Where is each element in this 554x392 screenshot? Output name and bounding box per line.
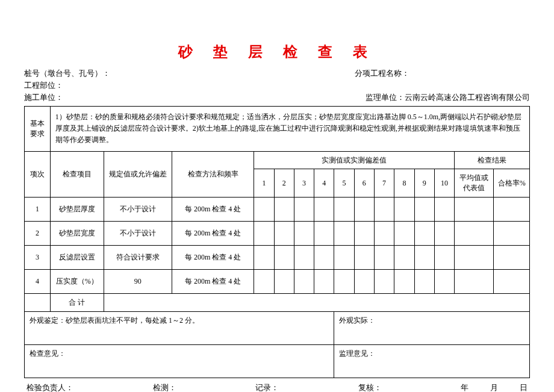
col-avg: 平均值或代表值	[455, 169, 494, 198]
page-title: 砂 垫 层 检 查 表	[24, 42, 530, 61]
col-10: 10	[434, 169, 454, 198]
part-label: 工程部位：	[24, 79, 63, 92]
check-opinion: 检查意见：	[25, 344, 334, 378]
cell-method: 每 200m 检查 4 处	[172, 221, 254, 245]
supervise-opinion: 监理意见：	[334, 344, 530, 378]
footer-record: 记录：	[255, 383, 279, 392]
cell-no: 3	[25, 245, 51, 269]
cell-total-label: 合 计	[50, 293, 104, 311]
cell-no: 1	[25, 197, 51, 221]
footer-day: 日	[520, 383, 528, 392]
inspection-table: 基本要求 1）砂垫层：砂的质量和规格必须符合设计要求和规范规定；适当洒水，分层压…	[24, 106, 530, 378]
cell-item: 砂垫层厚度	[50, 197, 104, 221]
table-row: 2 砂垫层宽度 不小于设计 每 200m 检查 4 处	[25, 221, 530, 245]
cell-item: 反滤层设置	[50, 245, 104, 269]
col-8: 8	[394, 169, 414, 198]
pile-label: 桩号（墩台号、孔号）：	[24, 67, 110, 79]
cell-no: 4	[25, 269, 51, 293]
col-3: 3	[294, 169, 314, 198]
col-4: 4	[314, 169, 334, 198]
cell-spec: 符合设计要求	[104, 245, 172, 269]
cell-item: 压实度（%）	[50, 269, 104, 293]
table-row: 4 压实度（%） 90 每 200m 检查 4 处	[25, 269, 530, 293]
requirements-row: 基本要求 1）砂垫层：砂的质量和规格必须符合设计要求和规范规定；适当洒水，分层压…	[25, 107, 530, 152]
col-item-no: 项次	[25, 151, 51, 197]
cell-method: 每 200m 检查 4 处	[172, 269, 254, 293]
table-row: 3 反滤层设置 符合设计要求 每 200m 检查 4 处	[25, 245, 530, 269]
constructor-label: 施工单位：	[24, 92, 63, 104]
requirements-text: 1）砂垫层：砂的质量和规格必须符合设计要求和规范规定；适当洒水，分层压实；砂垫层…	[50, 107, 529, 152]
footer-review: 复核：	[358, 383, 382, 392]
cell-item: 砂垫层宽度	[50, 221, 104, 245]
footer-year: 年	[461, 383, 468, 392]
appearance-actual: 外观实际：	[334, 311, 530, 344]
footer-inspect: 检测：	[153, 383, 176, 392]
col-pass-rate: 合格率%	[494, 169, 530, 198]
footer-row: 检验负责人： 检测： 记录： 复核： 年 月 日	[24, 378, 530, 392]
cell-method: 每 200m 检查 4 处	[172, 197, 254, 221]
subproject-label: 分项工程名称：	[355, 67, 530, 79]
col-7: 7	[374, 169, 394, 198]
appearance-judge: 外观鉴定：砂垫层表面坑洼不平时，每处减 1～2 分。	[25, 311, 334, 344]
supervisor-value: 云南云岭高速公路工程咨询有限公司	[405, 93, 530, 102]
col-9: 9	[414, 169, 434, 198]
col-spec-tolerance: 规定值或允许偏差	[104, 151, 172, 197]
cell-spec: 90	[104, 269, 172, 293]
col-measured-group: 实测值或实测偏差值	[254, 151, 455, 169]
footer-inspector-lead: 检验负责人：	[26, 383, 73, 392]
cell-no: 2	[25, 221, 51, 245]
col-check-item: 检查项目	[50, 151, 104, 197]
header-block: 桩号（墩台号、孔号）： 分项工程名称： 工程部位： 施工单位： 监理单位：云南云…	[24, 67, 530, 104]
opinion-row: 检查意见： 监理意见：	[25, 344, 530, 378]
requirements-label: 基本要求	[25, 107, 51, 152]
col-1: 1	[254, 169, 274, 198]
cell-method: 每 200m 检查 4 处	[172, 245, 254, 269]
cell-spec: 不小于设计	[104, 197, 172, 221]
col-result-group: 检查结果	[455, 151, 530, 169]
col-6: 6	[354, 169, 374, 198]
table-row: 1 砂垫层厚度 不小于设计 每 200m 检查 4 处	[25, 197, 530, 221]
col-method-freq: 检查方法和频率	[172, 151, 254, 197]
supervisor-label: 监理单位：	[366, 93, 405, 102]
table-head-row-1: 项次 检查项目 规定值或允许偏差 检查方法和频率 实测值或实测偏差值 检查结果	[25, 151, 530, 169]
footer-month: 月	[490, 383, 498, 392]
appearance-row: 外观鉴定：砂垫层表面坑洼不平时，每处减 1～2 分。 外观实际：	[25, 311, 530, 344]
col-2: 2	[274, 169, 294, 198]
table-row-total: 合 计	[25, 293, 530, 311]
col-5: 5	[334, 169, 354, 198]
cell-spec: 不小于设计	[104, 221, 172, 245]
